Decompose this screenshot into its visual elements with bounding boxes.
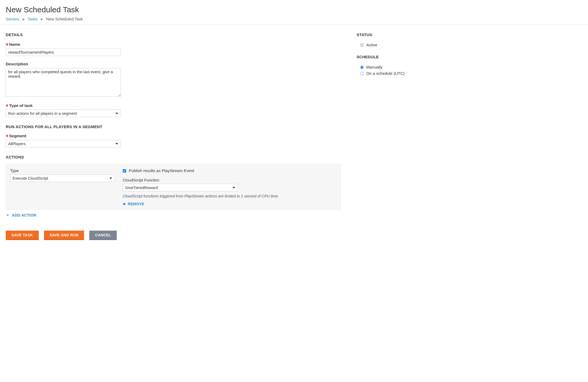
- schedule-section-label: SCHEDULE: [357, 55, 530, 59]
- cancel-button[interactable]: CANCEL: [89, 231, 117, 240]
- publish-label: Publish results as PlayStream Event: [129, 168, 194, 173]
- cloudscript-function-select[interactable]: GiveTieredReward: [123, 184, 238, 191]
- active-label: Active: [366, 43, 377, 47]
- task-type-select[interactable]: Run actions for all players in a segment: [6, 110, 121, 117]
- schedule-utc-radio[interactable]: [360, 72, 364, 75]
- action-card: Type Execute CloudScript Publish results…: [6, 164, 341, 210]
- breadcrumb: Servers ▶ Tasks ▶ New Scheduled Task: [6, 17, 582, 21]
- action-type-label: Type: [10, 168, 115, 173]
- cloudscript-function-label: CloudScript Function: [123, 178, 336, 182]
- breadcrumb-current: New Scheduled Task: [46, 17, 83, 21]
- task-type-label: Type of task: [6, 103, 341, 108]
- chevron-right-icon: ▶: [41, 18, 43, 21]
- save-and-run-button[interactable]: SAVE AND RUN: [44, 231, 84, 240]
- plus-icon: ＋: [6, 213, 10, 218]
- cloudscript-help-text: CloudScript functions triggered from Pla…: [123, 194, 336, 198]
- publish-checkbox[interactable]: [123, 169, 126, 173]
- segment-select[interactable]: AllPlayers: [6, 140, 121, 147]
- remove-action-label: REMOVE: [128, 202, 144, 206]
- page-title: New Scheduled Task: [6, 5, 582, 14]
- details-section-label: DETAILS: [6, 32, 341, 37]
- schedule-manual-radio[interactable]: [360, 66, 364, 69]
- action-type-select[interactable]: Execute CloudScript: [10, 174, 115, 182]
- chevron-right-icon: ▶: [23, 18, 25, 21]
- breadcrumb-tasks[interactable]: Tasks: [28, 17, 38, 21]
- name-input[interactable]: [6, 48, 121, 56]
- active-checkbox[interactable]: [360, 43, 364, 47]
- actions-section-label: ACTIONS: [6, 155, 341, 159]
- add-action-button[interactable]: ＋ ADD ACTION: [6, 213, 36, 218]
- name-label: Name: [6, 42, 341, 47]
- add-action-label: ADD ACTION: [12, 213, 36, 217]
- description-input[interactable]: for all players who completed quests in …: [6, 68, 121, 97]
- close-icon: ✖: [123, 202, 126, 206]
- remove-action-button[interactable]: ✖ REMOVE: [123, 202, 144, 206]
- schedule-manual-label: Manually: [366, 65, 382, 70]
- breadcrumb-servers[interactable]: Servers: [6, 17, 19, 21]
- schedule-utc-label: On a schedule (UTC): [366, 71, 404, 76]
- status-section-label: STATUS: [357, 32, 530, 37]
- save-task-button[interactable]: SAVE TASK: [6, 231, 39, 240]
- segment-label: Segment: [6, 134, 341, 138]
- description-label: Description: [6, 62, 341, 66]
- segment-section-label: RUN ACTIONS FOR ALL PLAYERS IN A SEGMENT: [6, 124, 341, 129]
